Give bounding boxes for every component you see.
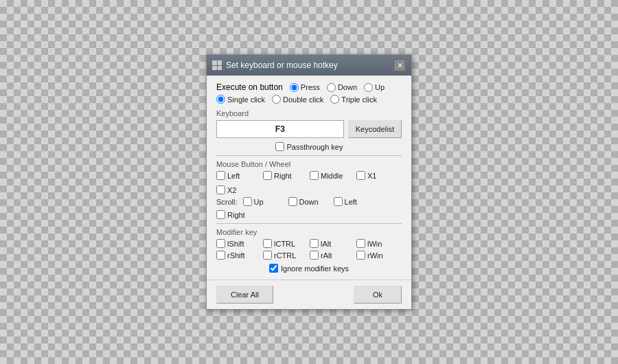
radio-up[interactable]: Up [364,83,385,92]
ignore-modifier-label: Ignore modifier keys [281,264,349,273]
hotkey-dialog: Set keyboard or mouse hotkey ✕ Execute o… [206,54,412,310]
scroll-up[interactable]: Up [243,197,284,206]
scroll-down-label: Down [299,198,319,206]
radio-up-label: Up [375,83,385,91]
checkbox-rshift[interactable]: rShift [216,251,258,260]
checkbox-lalt[interactable]: lAlt [310,239,351,248]
checkbox-middle-label: Middle [321,172,343,180]
ok-button[interactable]: Ok [354,286,402,304]
divider-1 [216,155,402,156]
modifier-section: Modifier key lShift lCTRL lAlt lWin [216,228,402,273]
checkbox-left-label: Left [227,172,240,180]
checkbox-rctrl-label: rCTRL [274,251,296,260]
checkbox-x1[interactable]: X1 [356,171,398,180]
key-input[interactable] [216,120,344,138]
execute-on-button-row: Execute on button Press Down Up [216,82,402,92]
checkbox-lshift[interactable]: lShift [216,239,258,248]
title-bar: Set keyboard or mouse hotkey ✕ [207,55,411,76]
checkbox-rwin[interactable]: rWin [356,251,398,260]
keyboard-section-label: Keyboard [216,109,402,117]
keyboard-row: Keycodelist [216,120,402,138]
passthrough-row: Passthrough key [216,142,402,151]
checkbox-x2-label: X2 [227,186,236,194]
modifier-section-label: Modifier key [216,228,402,236]
checkbox-rshift-label: rShift [227,251,245,260]
dialog-body: Execute on button Press Down Up Single c… [207,76,411,280]
checkbox-ralt[interactable]: rAlt [310,251,351,260]
radio-double-click-label: Double click [283,95,323,104]
checkbox-middle[interactable]: Middle [310,171,351,180]
checkbox-lctrl[interactable]: lCTRL [263,239,304,248]
checkbox-lwin[interactable]: lWin [356,239,398,248]
checkbox-x2[interactable]: X2 [216,185,258,194]
scroll-left-label: Left [345,198,357,206]
scroll-label: Scroll: [216,198,238,206]
checkbox-ralt-label: rAlt [321,251,332,260]
checkbox-right[interactable]: Right [263,171,304,180]
button-row: Clear All Ok [207,280,411,309]
checkbox-lctrl-label: lCTRL [274,240,295,248]
radio-double-click[interactable]: Double click [272,95,323,104]
radio-triple-click-label: Triple click [341,95,377,104]
checkbox-left[interactable]: Left [216,171,258,180]
mouse-section-label: Mouse Button / Wheel [216,160,402,168]
mouse-button-row: Left Right Middle X1 X2 [216,171,402,194]
clear-all-button[interactable]: Clear All [216,286,273,304]
checkbox-lshift-label: lShift [227,240,244,248]
modifier-left-row: lShift lCTRL lAlt lWin [216,239,402,248]
scroll-down[interactable]: Down [288,197,330,206]
scroll-right[interactable]: Right [216,210,258,219]
scroll-row: Scroll: Up Down Left Right [216,197,402,219]
ignore-modifier-row: Ignore modifier keys [216,264,402,273]
checkbox-rctrl[interactable]: rCTRL [263,251,304,260]
radio-down-label: Down [338,83,357,91]
close-button[interactable]: ✕ [393,59,406,71]
modifier-right-row: rShift rCTRL rAlt rWin [216,251,402,260]
radio-down[interactable]: Down [327,83,357,92]
divider-2 [216,223,402,224]
checkbox-lalt-label: lAlt [321,240,331,248]
scroll-up-label: Up [254,198,264,206]
scroll-right-label: Right [227,211,245,219]
checkbox-rwin-label: rWin [367,251,383,260]
scroll-left[interactable]: Left [334,197,375,206]
radio-single-click-label: Single click [227,95,265,104]
checkbox-x1-label: X1 [367,172,376,180]
radio-single-click[interactable]: Single click [216,95,265,104]
execute-on-button-label: Execute on button [216,82,283,92]
radio-triple-click[interactable]: Triple click [330,95,377,104]
title-bar-left: Set keyboard or mouse hotkey [212,60,338,70]
dialog-title: Set keyboard or mouse hotkey [226,60,338,70]
radio-press-label: Press [301,83,320,91]
title-icon [212,60,222,70]
ignore-modifier-checkbox[interactable] [269,264,278,273]
passthrough-checkbox[interactable] [275,142,284,151]
click-type-row: Single click Double click Triple click [216,95,402,104]
keycodelist-button[interactable]: Keycodelist [348,120,402,138]
checkbox-right-label: Right [274,172,292,180]
passthrough-label: Passthrough key [287,143,343,151]
checkbox-lwin-label: lWin [367,240,382,248]
radio-press[interactable]: Press [290,83,320,92]
